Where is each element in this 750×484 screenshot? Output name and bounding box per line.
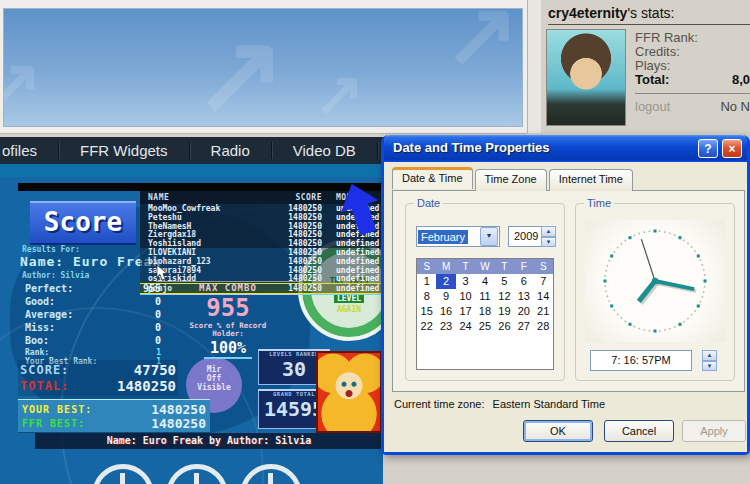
calendar-day[interactable]: 28	[534, 319, 553, 334]
time-stepper[interactable]: ▲ ▼	[702, 350, 717, 371]
calendar-day[interactable]: 4	[475, 274, 494, 289]
chevron-down-icon[interactable]: ▼	[480, 227, 498, 246]
results-for-label: Results For:	[22, 245, 80, 254]
max-combo-block: MAX COMBO 955 Score % of Record Holder: …	[156, 281, 300, 359]
mod-line: Off	[186, 374, 242, 383]
spin-up-icon[interactable]: ▲	[541, 226, 556, 237]
apply-button[interactable]: Apply	[682, 420, 746, 442]
blue-arrow-cursor-icon	[340, 182, 382, 236]
calendar-day[interactable]: 8	[417, 289, 436, 304]
calendar-day[interactable]: 21	[534, 304, 553, 319]
col-name: NAME	[148, 193, 260, 202]
panel-divider	[527, 0, 541, 133]
calendar-day[interactable]: 13	[514, 289, 533, 304]
calendar-day[interactable]: 25	[475, 319, 494, 334]
song-author: Author: Silvia	[22, 271, 89, 280]
calendar-day[interactable]: 9	[436, 289, 455, 304]
stat-label-ffr-rank: FFR Rank:	[635, 31, 750, 45]
spin-down-icon[interactable]: ▼	[702, 361, 717, 372]
calendar-day[interactable]: 3	[456, 274, 475, 289]
calendar-day[interactable]: 24	[456, 319, 475, 334]
calendar-day-selected[interactable]: 2	[436, 274, 455, 289]
calendar-weekday-header: SMTWTFS	[417, 259, 553, 274]
timezone-label: Current time zone:	[394, 398, 484, 410]
page: ↗ ↗ ↗ ↗ cry4eternity's stats: FFR Rank: …	[0, 0, 750, 484]
site-banner: ↗ ↗ ↗ ↗	[0, 0, 527, 134]
max-combo-label: MAX COMBO	[156, 281, 300, 295]
table-row: ILOVEKIANI1480250undefined	[140, 248, 383, 257]
calendar-day[interactable]: 27	[514, 319, 533, 334]
ffr-best-value: 1480250	[151, 416, 206, 431]
tab-date-time[interactable]: Date & Time	[392, 167, 473, 189]
nav-item-video-db[interactable]: Video DB	[271, 142, 377, 159]
timezone-line: Current time zone: Eastern Standard Time	[394, 398, 605, 410]
dialog-title: Date and Time Properties	[393, 140, 550, 155]
ffr-arrow-icon: ↗	[444, 8, 519, 79]
calendar-day[interactable]: 20	[514, 304, 533, 319]
calendar-day[interactable]: 15	[417, 304, 436, 319]
table-row: Yoshiisland1480250undefined	[140, 239, 383, 248]
score-label: SCORE:	[20, 363, 69, 377]
stat-value-total: 8,0	[732, 73, 750, 87]
stats-title: cry4eternity's stats:	[548, 5, 750, 25]
calendar-day[interactable]: 23	[436, 319, 455, 334]
calendar: SMTWTFS 1234567 891011121314 15161718192…	[416, 258, 554, 370]
calendar-day[interactable]: 16	[436, 304, 455, 319]
nav-item-radio[interactable]: Radio	[189, 142, 271, 159]
time-group-label: Time	[584, 197, 614, 209]
spin-down-icon[interactable]: ▼	[541, 237, 556, 248]
max-combo-value: 955	[156, 295, 300, 321]
time-field[interactable]: 7: 16: 57PM	[590, 350, 692, 371]
close-icon[interactable]: ×	[722, 139, 742, 158]
total-value: 1480250	[117, 378, 176, 394]
calendar-day[interactable]: 12	[495, 289, 514, 304]
ffr-arrow-icon: ↗	[3, 49, 43, 119]
calendar-day[interactable]: 18	[475, 304, 494, 319]
calendar-day[interactable]: 14	[534, 289, 553, 304]
table-row: biohazard_1231480250undefined	[140, 257, 383, 266]
date-time-tab-panel: Date February ▼ 2009 ▲ ▼ SMTWTFS	[392, 190, 745, 392]
calendar-day[interactable]: 10	[456, 289, 475, 304]
score-value: 47750	[134, 362, 176, 378]
calendar-day[interactable]: 22	[417, 319, 436, 334]
your-best-value: 1480250	[151, 402, 206, 417]
calendar-day[interactable]: 5	[495, 274, 514, 289]
stats-divider	[635, 93, 750, 94]
mod-line: Mir	[186, 365, 242, 374]
total-label: TOTAL:	[20, 379, 69, 393]
ffr-arrow-icon: ↗	[194, 19, 286, 127]
calendar-day[interactable]: 26	[495, 319, 514, 334]
stat-label-credits: Credits:	[635, 45, 750, 59]
stats-title-suffix: 's stats:	[627, 5, 674, 21]
calendar-day[interactable]: 1	[417, 274, 436, 289]
badge-line: AGAIN	[302, 305, 383, 314]
logout-link[interactable]: logout	[635, 99, 670, 114]
ok-button[interactable]: OK	[523, 420, 593, 442]
your-best-label: YOUR BEST:	[22, 404, 92, 415]
dialog-titlebar[interactable]: Date and Time Properties ? ×	[384, 135, 747, 162]
month-select[interactable]: February ▼	[416, 226, 500, 247]
calendar-day[interactable]: 11	[475, 289, 494, 304]
cancel-button[interactable]: Cancel	[604, 420, 674, 442]
calendar-day[interactable]: 7	[534, 274, 553, 289]
calendar-day[interactable]: 17	[456, 304, 475, 319]
date-time-dialog: Date and Time Properties ? × Date & Time…	[381, 135, 750, 455]
mod-line: Visible	[186, 383, 242, 392]
score-heading: Score	[30, 201, 136, 245]
calendar-day[interactable]: 6	[514, 274, 533, 289]
score-panel: SCORE:47750 TOTAL:1480250	[18, 360, 178, 396]
calendar-day[interactable]: 19	[495, 304, 514, 319]
date-groupbox: Date February ▼ 2009 ▲ ▼ SMTWTFS	[405, 203, 565, 381]
tab-internet-time[interactable]: Internet Time	[549, 169, 633, 191]
spin-up-icon[interactable]: ▲	[702, 350, 717, 361]
year-stepper[interactable]: ▲ ▼	[541, 226, 556, 247]
nav-item-ffr-widgets[interactable]: FFR Widgets	[58, 142, 189, 159]
time-groupbox: Time	[575, 203, 735, 381]
nav-item-profiles[interactable]: ofiles	[0, 142, 58, 159]
username: cry4eternity	[548, 5, 627, 21]
record-pct-value: 100%	[204, 339, 252, 359]
mouse-cursor-icon	[156, 265, 170, 281]
date-group-label: Date	[414, 197, 443, 209]
help-icon[interactable]: ?	[698, 139, 718, 158]
tab-time-zone[interactable]: Time Zone	[475, 169, 547, 191]
